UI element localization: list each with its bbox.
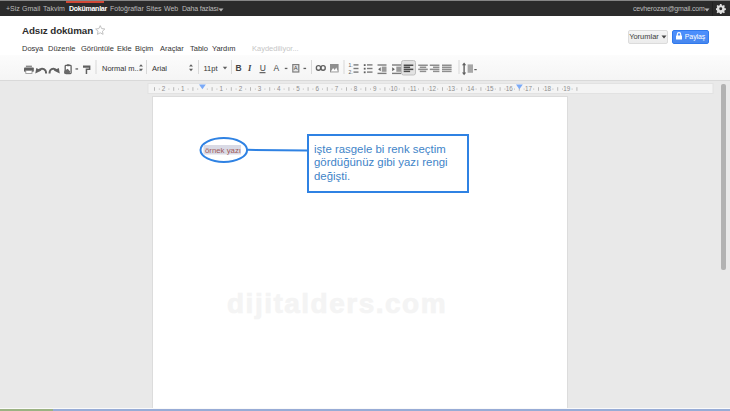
svg-text:14: 14 xyxy=(467,85,475,92)
svg-text:1: 1 xyxy=(181,85,185,92)
svg-text:değişti.: değişti. xyxy=(314,170,350,182)
svg-text:B: B xyxy=(236,63,242,73)
svg-text:11pt: 11pt xyxy=(204,64,219,73)
svg-text:10: 10 xyxy=(390,85,398,92)
svg-text:U: U xyxy=(260,63,266,73)
svg-text:Normal m...: Normal m... xyxy=(102,64,141,73)
svg-text:19: 19 xyxy=(563,85,571,92)
svg-text:A: A xyxy=(294,65,298,71)
svg-text:4: 4 xyxy=(277,85,281,92)
svg-text:17: 17 xyxy=(525,85,533,92)
svg-text:I: I xyxy=(247,63,252,73)
svg-text:gördüğünüz gibi yazı rengi: gördüğünüz gibi yazı rengi xyxy=(314,156,448,168)
svg-text:12: 12 xyxy=(429,85,437,92)
svg-text:16: 16 xyxy=(506,85,514,92)
svg-text:9: 9 xyxy=(373,85,377,92)
svg-text:15: 15 xyxy=(486,85,494,92)
svg-text:1.: 1. xyxy=(349,62,353,68)
svg-text:5: 5 xyxy=(296,85,300,92)
svg-text:8: 8 xyxy=(354,85,358,92)
svg-text:13: 13 xyxy=(448,85,456,92)
svg-text:örnek yazı: örnek yazı xyxy=(205,146,241,155)
svg-text:işte rasgele bi renk seçtim: işte rasgele bi renk seçtim xyxy=(314,143,446,155)
svg-text:2.: 2. xyxy=(349,69,353,75)
svg-text:2: 2 xyxy=(162,85,166,92)
svg-text:2: 2 xyxy=(239,85,243,92)
svg-text:6: 6 xyxy=(315,85,319,92)
svg-text:11: 11 xyxy=(410,85,417,92)
svg-text:1: 1 xyxy=(219,85,223,92)
svg-text:Arial: Arial xyxy=(152,64,167,73)
svg-text:7: 7 xyxy=(335,85,339,92)
svg-text:3: 3 xyxy=(258,85,262,92)
svg-text:A: A xyxy=(274,63,280,73)
svg-text:18: 18 xyxy=(544,85,552,92)
